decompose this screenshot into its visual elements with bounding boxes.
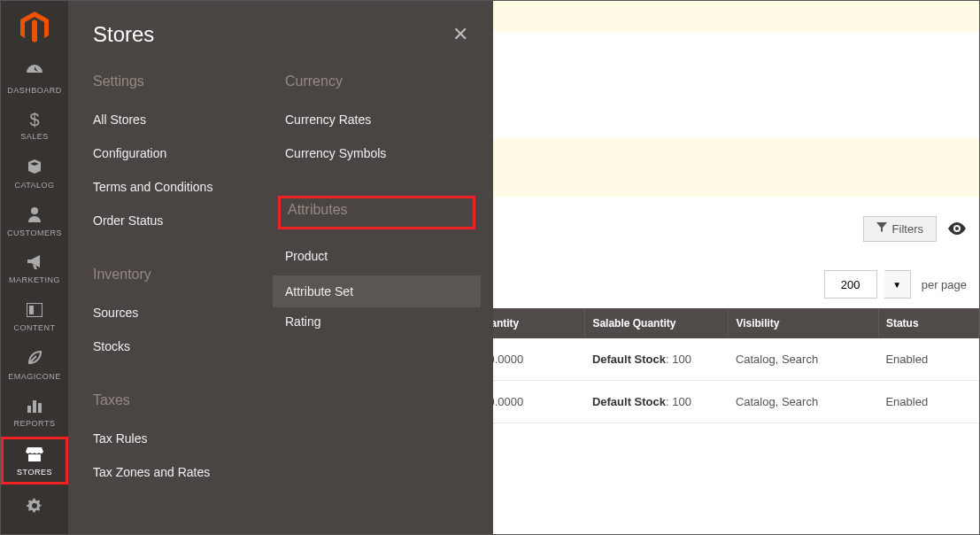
col-visibility[interactable]: Visibility xyxy=(729,308,879,338)
link-terms-conditions[interactable]: Terms and Conditions xyxy=(93,173,276,206)
cell-status: Enabled xyxy=(878,381,978,423)
sidebar-item-content[interactable]: CONTENT xyxy=(1,293,68,341)
leaf-icon xyxy=(27,350,42,368)
sidebar-item-emagicone[interactable]: EMAGICONE xyxy=(1,341,68,389)
link-product[interactable]: Product xyxy=(285,242,468,275)
svg-point-0 xyxy=(955,227,959,230)
section-attributes-title: Attributes xyxy=(288,202,466,218)
funnel-icon xyxy=(876,222,887,236)
admin-sidebar-rail: DASHBOARD $SALES CATALOG CUSTOMERS MARKE… xyxy=(1,1,68,535)
person-icon xyxy=(27,206,42,225)
store-icon xyxy=(26,446,43,464)
cell-status: Enabled xyxy=(878,338,978,381)
section-currency-title: Currency xyxy=(285,74,468,89)
svg-rect-6 xyxy=(38,403,42,413)
eye-icon[interactable] xyxy=(947,219,967,239)
section-taxes-title: Taxes xyxy=(93,392,276,408)
cell-visibility: Catalog, Search xyxy=(729,338,879,381)
link-sources[interactable]: Sources xyxy=(93,299,276,332)
link-rating[interactable]: Rating xyxy=(285,307,468,341)
section-settings-title: Settings xyxy=(93,74,276,89)
col-salable-quantity[interactable]: Salable Quantity xyxy=(585,308,729,338)
svg-rect-5 xyxy=(33,400,36,413)
svg-rect-2 xyxy=(27,303,42,317)
cell-salable: Default Stock: 100 xyxy=(585,381,729,423)
sidebar-item-marketing[interactable]: MARKETING xyxy=(1,245,68,293)
dollar-icon: $ xyxy=(29,111,39,128)
layout-icon xyxy=(27,302,42,320)
gauge-icon xyxy=(26,62,43,82)
link-stocks[interactable]: Stocks xyxy=(93,332,276,366)
stores-flyout: Stores ✕ Settings All Stores Configurati… xyxy=(68,1,493,535)
page-size-dropdown[interactable]: ▼ xyxy=(884,270,911,299)
box-icon xyxy=(27,159,42,177)
link-order-status[interactable]: Order Status xyxy=(93,206,276,240)
close-icon[interactable]: ✕ xyxy=(452,23,468,46)
link-tax-zones-rates[interactable]: Tax Zones and Rates xyxy=(93,458,276,492)
gear-icon xyxy=(27,498,42,516)
per-page-label: per page xyxy=(922,278,967,291)
link-all-stores[interactable]: All Stores xyxy=(93,105,276,139)
filters-button[interactable]: Filters xyxy=(863,216,937,242)
sidebar-item-stores[interactable]: STORES xyxy=(1,437,68,485)
link-currency-symbols[interactable]: Currency Symbols xyxy=(285,139,468,173)
sidebar-item-catalog[interactable]: CATALOG xyxy=(1,150,68,198)
flyout-title: Stores xyxy=(93,22,154,47)
megaphone-icon xyxy=(26,254,43,272)
svg-rect-4 xyxy=(27,406,31,413)
link-attribute-set[interactable]: Attribute Set xyxy=(273,275,481,307)
magento-logo[interactable] xyxy=(1,1,68,54)
cell-salable: Default Stock: 100 xyxy=(585,338,729,381)
page-size-input[interactable] xyxy=(824,270,877,299)
link-currency-rates[interactable]: Currency Rates xyxy=(285,105,468,139)
sidebar-item-reports[interactable]: REPORTS xyxy=(1,389,68,437)
sidebar-item-dashboard[interactable]: DASHBOARD xyxy=(1,54,68,102)
sidebar-item-system[interactable] xyxy=(1,485,68,532)
sidebar-item-customers[interactable]: CUSTOMERS xyxy=(1,198,68,245)
link-configuration[interactable]: Configuration xyxy=(93,139,276,173)
attributes-highlight: Attributes xyxy=(278,196,475,229)
svg-point-1 xyxy=(31,207,38,214)
section-inventory-title: Inventory xyxy=(93,267,276,283)
link-tax-rules[interactable]: Tax Rules xyxy=(93,424,276,458)
col-status[interactable]: Status xyxy=(878,308,978,338)
svg-rect-3 xyxy=(29,306,34,314)
cell-visibility: Catalog, Search xyxy=(729,381,879,423)
bar-chart-icon xyxy=(27,398,42,415)
sidebar-item-sales[interactable]: $SALES xyxy=(1,102,68,150)
filters-label: Filters xyxy=(892,222,923,236)
